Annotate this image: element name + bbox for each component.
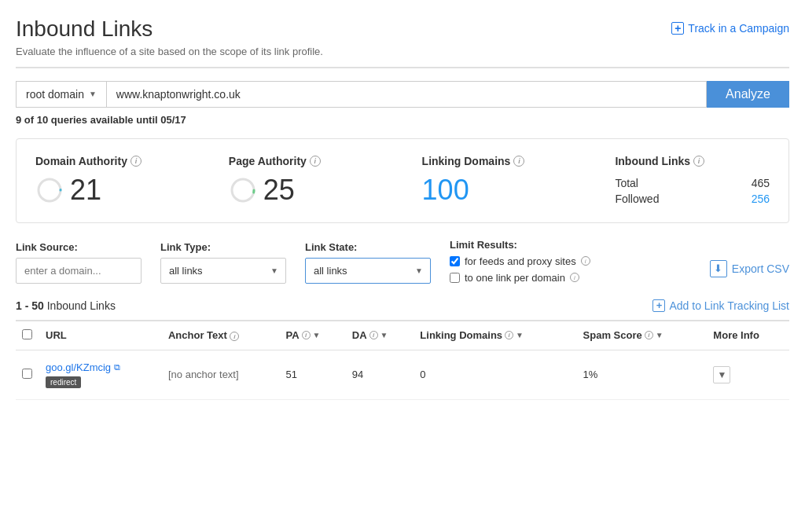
download-icon: ⬇ (710, 260, 727, 277)
plus-icon: + (671, 22, 684, 35)
linking-domains-block: Linking Domains i 100 (422, 155, 616, 207)
page-authority-value: 25 (229, 174, 422, 207)
domain-authority-title: Domain Authority i (35, 155, 229, 167)
url-cell: goo.gl/KZmcig ⧉ redirect (39, 350, 162, 399)
svg-point-0 (39, 179, 61, 201)
limit-domain-checkbox[interactable] (450, 273, 460, 283)
inbound-followed-row: Followed 256 (615, 193, 770, 205)
external-link-icon: ⧉ (114, 362, 120, 372)
domain-authority-info-icon[interactable]: i (130, 156, 142, 167)
metrics-panel: Domain Authority i 21 Page Authority i (16, 138, 789, 223)
page-authority-info-icon[interactable]: i (310, 156, 321, 167)
export-csv-button[interactable]: ⬇ Export CSV (710, 260, 789, 284)
results-range: 1 - 50 (16, 299, 44, 312)
row-checkbox-cell (16, 350, 39, 399)
anchor-text-cell: [no anchor text] (162, 350, 280, 399)
track-campaign-button[interactable]: + Track in a Campaign (671, 22, 789, 35)
url-link[interactable]: goo.gl/KZmcig ⧉ (46, 361, 156, 373)
anchor-text-label: Anchor Text (168, 329, 227, 341)
limit-domain-label: to one link per domain (465, 272, 565, 284)
inbound-total-row: Total 465 (615, 177, 770, 189)
results-header: 1 - 50 Inbound Links + Add to Link Track… (16, 299, 789, 312)
anchor-text-info-icon[interactable]: i (230, 332, 239, 341)
link-type-label: Link Type: (160, 241, 286, 253)
linking-domains-column-header: Linking Domains i ▼ (414, 321, 576, 350)
domain-type-select[interactable]: root domain ▼ (16, 81, 106, 108)
analyze-button[interactable]: Analyze (707, 81, 789, 108)
link-type-group: Link Type: all links ▼ (160, 241, 286, 284)
inbound-links-details: Total 465 Followed 256 (615, 177, 770, 205)
domain-authority-value: 21 (35, 174, 229, 207)
pa-sort-icon[interactable]: ▼ (313, 331, 321, 339)
linking-domains-info-icon[interactable]: i (505, 331, 513, 339)
queries-info: 9 of 10 queries available until 05/17 (16, 114, 789, 126)
results-count: 1 - 50 Inbound Links (16, 299, 116, 312)
link-source-group: Link Source: (16, 241, 142, 284)
results-table-wrapper: URL Anchor Text i PA i ▼ (16, 320, 789, 400)
link-type-select-wrapper: all links ▼ (160, 258, 286, 284)
link-source-label: Link Source: (16, 241, 142, 253)
spam-score-cell: 1% (577, 350, 708, 399)
limit-feeds-info-icon[interactable]: i (581, 256, 590, 266)
pa-cell: 51 (280, 350, 346, 399)
limit-feeds-checkbox[interactable] (450, 256, 460, 266)
row-checkbox[interactable] (22, 369, 32, 379)
linking-domains-info-icon[interactable]: i (513, 156, 524, 167)
link-state-label: Link State: (305, 241, 431, 253)
limit-results-group: Limit Results: for feeds and proxy sites… (450, 239, 590, 284)
title-section: Inbound Links Evaluate the influence of … (16, 16, 323, 57)
linking-domains-value: 100 (422, 174, 616, 207)
limit-feeds-label: for feeds and proxy sites (465, 255, 576, 267)
da-cell: 94 (346, 350, 414, 399)
search-row: root domain ▼ Analyze (16, 81, 789, 108)
linking-domains-title: Linking Domains i (422, 155, 616, 167)
url-cell-content: goo.gl/KZmcig ⧉ redirect (46, 361, 156, 388)
spam-score-column-header: Spam Score i ▼ (577, 321, 708, 350)
page-header: Inbound Links Evaluate the influence of … (16, 16, 789, 68)
select-all-header (16, 321, 39, 350)
table-row: goo.gl/KZmcig ⧉ redirect [no anchor text… (16, 350, 789, 399)
filters-row: Link Source: Link Type: all links ▼ Link… (16, 239, 789, 284)
export-label: Export CSV (732, 262, 789, 275)
domain-authority-ring (35, 176, 64, 204)
chevron-down-icon: ▼ (89, 90, 97, 98)
redirect-badge: redirect (46, 376, 81, 388)
link-state-select-wrapper: all links ▼ (305, 258, 431, 284)
table-header-row: URL Anchor Text i PA i ▼ (16, 321, 789, 350)
da-sort-icon[interactable]: ▼ (380, 331, 388, 339)
expand-button[interactable]: ▼ (713, 366, 730, 383)
linking-domains-sort-icon[interactable]: ▼ (516, 331, 524, 339)
limit-results-label: Limit Results: (450, 239, 590, 251)
anchor-text-column-header: Anchor Text i (162, 321, 280, 350)
domain-type-label: root domain (26, 88, 84, 101)
da-info-icon[interactable]: i (369, 331, 378, 339)
limit-domain-info-icon[interactable]: i (570, 273, 579, 282)
inbound-links-block: Inbound Links i Total 465 Followed 256 (615, 155, 770, 207)
pa-info-icon[interactable]: i (302, 331, 311, 339)
limit-feeds-row: for feeds and proxy sites i (450, 255, 590, 267)
inbound-links-info-icon[interactable]: i (693, 156, 704, 167)
results-table: URL Anchor Text i PA i ▼ (16, 321, 789, 400)
link-type-select[interactable]: all links (160, 258, 286, 284)
add-tracking-button[interactable]: + Add to Link Tracking List (652, 299, 789, 312)
pa-column-header: PA i ▼ (280, 321, 346, 350)
limit-domain-row: to one link per domain i (450, 272, 590, 284)
page-title: Inbound Links (16, 16, 323, 42)
page-authority-block: Page Authority i 25 (229, 155, 422, 207)
select-all-checkbox[interactable] (22, 329, 32, 339)
link-source-input[interactable] (16, 258, 142, 284)
url-input[interactable] (106, 81, 707, 108)
results-type: Inbound Links (47, 299, 116, 312)
url-text: goo.gl/KZmcig (46, 361, 111, 373)
domain-authority-block: Domain Authority i 21 (35, 155, 229, 207)
spam-score-sort-icon[interactable]: ▼ (656, 331, 663, 339)
link-state-select[interactable]: all links (305, 258, 431, 284)
svg-point-2 (232, 179, 254, 201)
plus-icon: + (652, 299, 665, 312)
inbound-links-title: Inbound Links i (615, 155, 770, 167)
page-authority-title: Page Authority i (229, 155, 422, 167)
spam-score-info-icon[interactable]: i (645, 331, 653, 339)
linking-domains-cell: 0 (414, 350, 576, 399)
track-campaign-label: Track in a Campaign (688, 22, 789, 35)
page-subtitle: Evaluate the influence of a site based o… (16, 46, 323, 57)
